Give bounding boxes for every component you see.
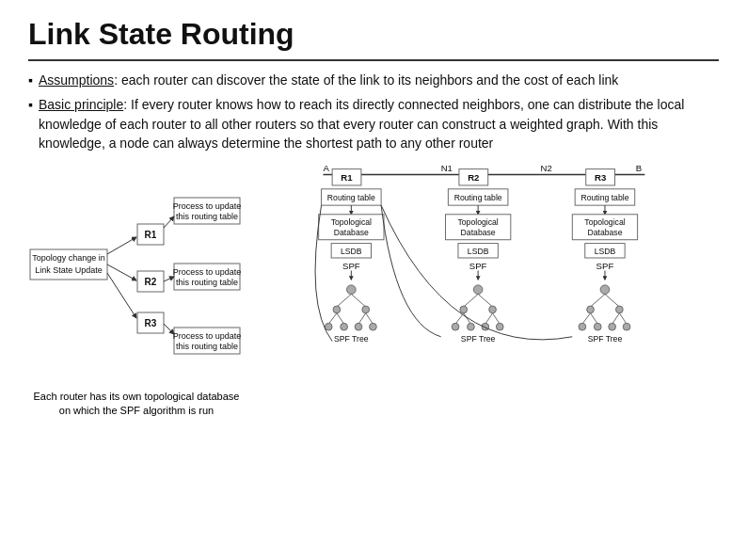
svg-line-78 [485,313,493,325]
svg-text:N2: N2 [541,163,552,173]
bullet-icon-2: ▪ [28,97,33,112]
svg-point-97 [616,306,624,313]
svg-point-101 [594,324,601,331]
svg-text:Routing table: Routing table [327,194,375,203]
svg-point-49 [362,306,370,313]
svg-line-94 [591,295,605,307]
svg-text:Database: Database [587,228,622,237]
svg-point-93 [600,285,610,295]
svg-line-23 [164,324,174,334]
svg-text:this routing table: this routing table [176,342,238,351]
svg-line-51 [337,313,344,325]
svg-text:Topological: Topological [584,218,625,228]
svg-line-11 [164,216,174,228]
svg-line-50 [328,313,337,325]
svg-text:LSDB: LSDB [468,247,489,256]
bullet-text-2: Basic principle: If every router knows h… [39,95,719,152]
svg-text:Database: Database [461,228,496,237]
svg-point-105 [623,324,630,331]
page-title: Link State Routing [28,17,719,52]
bullet-basic-principle: ▪ Basic principle: If every router knows… [28,95,719,152]
left-diagram-svg: Topology change in Link State Update R1 … [28,160,245,386]
svg-line-46 [337,295,351,307]
svg-text:LSDB: LSDB [595,247,616,256]
svg-line-71 [478,295,492,307]
svg-line-5 [107,273,136,318]
svg-text:this routing table: this routing table [176,278,238,287]
basic-principle-label: Basic principle [39,97,123,112]
svg-point-48 [333,306,341,313]
svg-point-45 [347,285,357,295]
svg-point-77 [468,324,475,331]
svg-point-52 [325,324,332,331]
svg-line-4 [107,264,136,280]
svg-text:SPF Tree: SPF Tree [588,334,623,344]
svg-text:Topological: Topological [331,218,372,228]
basic-principle-text: : If every router knows how to reach its… [39,97,684,151]
assumption-text: : each router can discover the state of … [114,72,618,88]
left-diagram: Topology change in Link State Update R1 … [28,160,245,418]
svg-text:Topology change in: Topology change in [32,253,105,263]
svg-point-100 [579,324,586,331]
svg-line-98 [582,313,591,325]
svg-text:Process to update: Process to update [173,201,242,211]
svg-point-57 [370,324,377,331]
svg-text:R2: R2 [145,277,157,287]
divider [28,59,719,61]
bottom-area: Topology change in Link State Update R1 … [28,160,719,418]
svg-line-99 [591,313,598,325]
svg-text:Routing table: Routing table [580,194,628,203]
svg-text:R3: R3 [595,172,606,183]
svg-point-96 [587,306,595,313]
svg-text:A: A [323,163,329,173]
svg-text:R1: R1 [341,172,353,183]
svg-line-55 [366,313,374,325]
svg-line-47 [351,295,365,307]
bullet-assumptions: ▪ Assumptions: each router can discover … [28,71,719,89]
svg-text:SPF: SPF [342,261,360,271]
svg-text:N1: N1 [441,163,453,173]
svg-point-72 [460,306,468,313]
svg-line-54 [358,313,366,325]
svg-text:SPF: SPF [469,261,487,271]
right-diagram-svg: A N1 N2 B R1 R2 R3 Routing table [245,160,719,405]
svg-text:B: B [636,163,642,173]
svg-text:this routing table: this routing table [176,212,238,221]
svg-point-104 [609,324,616,331]
svg-text:Process to update: Process to update [173,331,242,341]
page: Link State Routing ▪ Assumptions: each r… [0,0,747,560]
right-diagram: A N1 N2 B R1 R2 R3 Routing table [245,160,719,418]
svg-line-17 [164,277,174,281]
bullet-icon-1: ▪ [28,72,33,88]
svg-text:Process to update: Process to update [173,267,242,277]
svg-line-79 [493,313,501,325]
assumption-label: Assumptions [39,72,114,88]
bullet-text-1: Assumptions: each router can discover th… [39,71,618,89]
svg-line-3 [107,237,136,254]
svg-line-75 [464,313,471,325]
svg-line-95 [605,295,619,307]
svg-text:R3: R3 [145,318,157,328]
left-caption: Each router has its own topological data… [28,390,245,418]
svg-point-53 [341,324,348,331]
svg-point-76 [452,324,459,331]
svg-text:LSDB: LSDB [341,247,362,256]
svg-text:SPF Tree: SPF Tree [461,334,496,344]
svg-line-103 [619,313,627,325]
svg-text:Routing table: Routing table [454,194,502,203]
svg-text:Database: Database [334,228,369,237]
svg-point-81 [496,324,503,331]
svg-line-70 [464,295,478,307]
svg-text:Topological: Topological [457,218,498,228]
svg-text:Link State Update: Link State Update [35,265,103,275]
svg-point-69 [473,285,483,295]
svg-point-56 [355,324,362,331]
svg-point-73 [489,306,497,313]
svg-text:R1: R1 [145,230,157,240]
svg-text:SPF: SPF [596,261,614,271]
svg-text:SPF Tree: SPF Tree [334,334,369,344]
svg-text:R2: R2 [468,172,479,183]
svg-line-102 [612,313,620,325]
